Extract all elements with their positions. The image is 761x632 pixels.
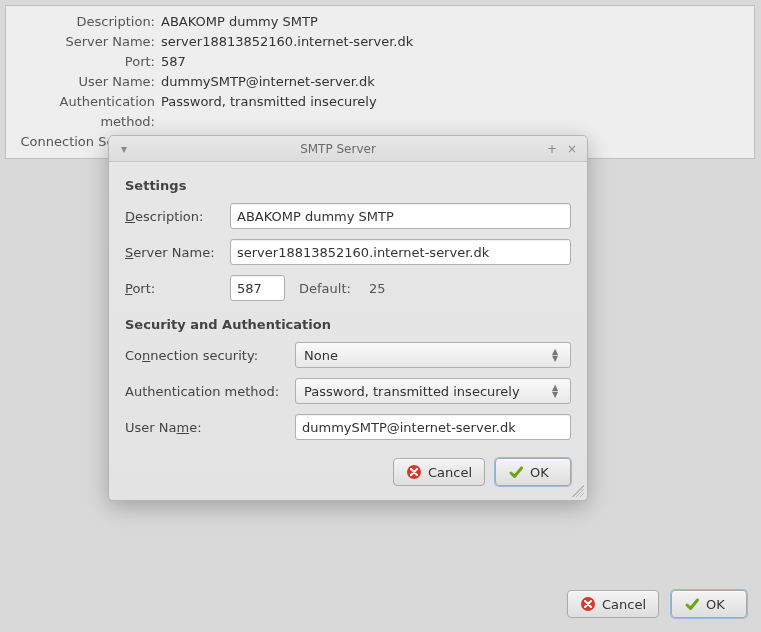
- info-value-auth: Password, transmitted insecurely: [161, 92, 377, 132]
- form-row-port: Port: Default:25: [125, 275, 571, 301]
- dialog-cancel-label: Cancel: [428, 465, 472, 480]
- info-value-port: 587: [161, 52, 186, 72]
- form-row-server: Server Name:: [125, 239, 571, 265]
- label-port: Port:: [125, 281, 230, 296]
- page-cancel-button[interactable]: Cancel: [567, 590, 659, 618]
- dropdown-stepper-icon: ▲▼: [552, 349, 562, 362]
- server-name-input[interactable]: [230, 239, 571, 265]
- info-label-description: Description:: [16, 12, 161, 32]
- dialog-ok-button[interactable]: OK: [495, 458, 571, 486]
- label-description: Description:: [125, 209, 230, 224]
- info-value-server: server18813852160.internet-server.dk: [161, 32, 413, 52]
- dialog-title: SMTP Server: [131, 142, 545, 156]
- description-input[interactable]: [230, 203, 571, 229]
- info-row: Port: 587: [16, 52, 744, 72]
- smtp-server-dialog: ▾ SMTP Server + × Settings Description: …: [108, 135, 588, 501]
- cancel-icon: [580, 596, 596, 612]
- port-input[interactable]: [230, 275, 285, 301]
- page-ok-button[interactable]: OK: [671, 590, 747, 618]
- info-value-user: dummySMTP@internet-server.dk: [161, 72, 375, 92]
- info-value-description: ABAKOMP dummy SMTP: [161, 12, 318, 32]
- info-label-auth: Authentication method:: [16, 92, 161, 132]
- default-port-label: Default:25: [299, 281, 385, 296]
- connection-security-select[interactable]: None ▲▼: [295, 342, 571, 368]
- page-cancel-label: Cancel: [602, 597, 646, 612]
- dialog-titlebar[interactable]: ▾ SMTP Server + ×: [109, 136, 587, 162]
- connection-security-value: None: [304, 348, 338, 363]
- dialog-body: Settings Description: Server Name: Port:…: [109, 162, 587, 500]
- form-row-username: User Name:: [125, 414, 571, 440]
- info-row: Server Name: server18813852160.internet-…: [16, 32, 744, 52]
- window-close-icon[interactable]: ×: [565, 142, 579, 156]
- dialog-cancel-button[interactable]: Cancel: [393, 458, 485, 486]
- dropdown-stepper-icon: ▲▼: [552, 385, 562, 398]
- form-row-connsec: Connection security: None ▲▼: [125, 342, 571, 368]
- cancel-icon: [406, 464, 422, 480]
- auth-method-select[interactable]: Password, transmitted insecurely ▲▼: [295, 378, 571, 404]
- section-settings-title: Settings: [125, 178, 571, 193]
- label-username: User Name:: [125, 420, 295, 435]
- username-input[interactable]: [295, 414, 571, 440]
- section-security-title: Security and Authentication: [125, 317, 571, 332]
- ok-icon: [684, 596, 700, 612]
- dialog-footer: Cancel OK: [125, 450, 571, 486]
- dialog-ok-label: OK: [530, 465, 549, 480]
- label-auth-method: Authentication method:: [125, 384, 295, 399]
- info-label-user: User Name:: [16, 72, 161, 92]
- resize-grip-icon[interactable]: [572, 485, 584, 497]
- label-server: Server Name:: [125, 245, 230, 260]
- info-row: User Name: dummySMTP@internet-server.dk: [16, 72, 744, 92]
- label-connection-security: Connection security:: [125, 348, 295, 363]
- info-label-port: Port:: [16, 52, 161, 72]
- auth-method-value: Password, transmitted insecurely: [304, 384, 520, 399]
- window-menu-icon[interactable]: ▾: [117, 142, 131, 156]
- ok-icon: [508, 464, 524, 480]
- page-footer: Cancel OK: [567, 590, 747, 618]
- info-label-server: Server Name:: [16, 32, 161, 52]
- page-ok-label: OK: [706, 597, 725, 612]
- form-row-description: Description:: [125, 203, 571, 229]
- info-row: Description: ABAKOMP dummy SMTP: [16, 12, 744, 32]
- form-row-auth: Authentication method: Password, transmi…: [125, 378, 571, 404]
- info-row: Authentication method: Password, transmi…: [16, 92, 744, 132]
- window-maximize-icon[interactable]: +: [545, 142, 559, 156]
